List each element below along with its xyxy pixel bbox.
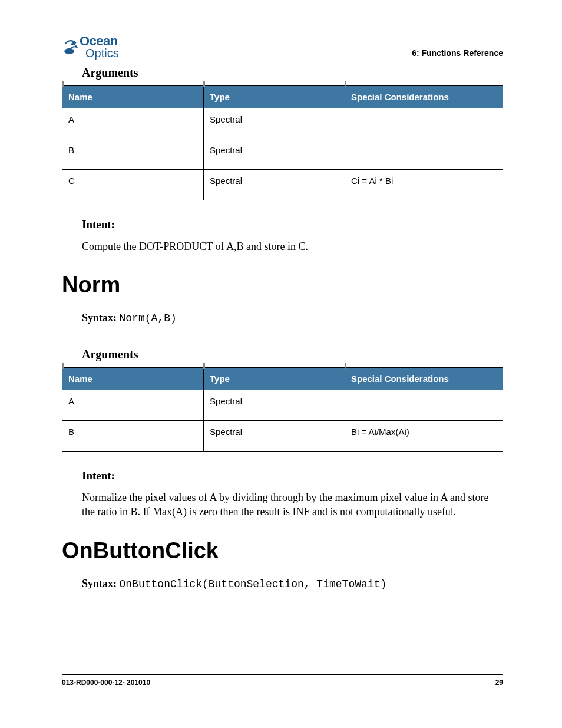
cell-type: Spectral (204, 108, 345, 139)
arguments-heading: Arguments (82, 348, 503, 361)
chapter-reference: 6: Functions Reference (412, 48, 503, 58)
syntax-code: Norm(A,B) (120, 312, 177, 324)
cell-type: Spectral (204, 169, 345, 200)
doc-id: 013-RD000-000-12- 201010 (62, 678, 150, 687)
col-header-spec: Special Considerations (345, 368, 503, 390)
function-heading-norm: Norm (62, 272, 503, 298)
intent-heading: Intent: (82, 469, 503, 482)
table-header-row: Name Type Special Considerations (62, 85, 503, 108)
col-header-type: Type (204, 85, 345, 108)
table-row: C Spectral Ci = Ai * Bi (62, 169, 503, 200)
arguments-table: Name Type Special Considerations A Spect… (62, 367, 503, 452)
svg-point-0 (64, 48, 74, 54)
page-number: 29 (495, 678, 503, 687)
cell-name: A (62, 390, 204, 421)
brand-logo: Ocean Optics (62, 35, 119, 59)
cell-name: B (62, 139, 204, 169)
col-header-name: Name (62, 85, 204, 108)
col-header-type: Type (204, 368, 345, 390)
col-header-name: Name (62, 368, 204, 390)
arguments-table: Name Type Special Considerations A Spect… (62, 85, 503, 200)
syntax-label: Syntax: (82, 578, 117, 589)
cell-spec: Ci = Ai * Bi (345, 169, 503, 200)
page-header: Ocean Optics 6: Functions Reference (62, 35, 503, 59)
cell-name: C (62, 169, 204, 200)
table-row: B Spectral (62, 139, 503, 169)
cell-spec (345, 139, 503, 169)
logo-text-top: Ocean (80, 35, 119, 48)
cell-type: Spectral (204, 390, 345, 421)
function-heading-onbuttonclick: OnButtonClick (62, 538, 503, 564)
cell-spec (345, 390, 503, 421)
col-header-spec: Special Considerations (345, 85, 503, 108)
syntax-line: Syntax: Norm(A,B) (82, 312, 503, 324)
wave-icon (62, 39, 78, 55)
table-row: B Spectral Bi = Ai/Max(Ai) (62, 421, 503, 452)
syntax-label: Syntax: (82, 312, 117, 324)
table-row: A Spectral (62, 390, 503, 421)
logo-text-bottom: Optics (85, 48, 119, 59)
table-row: A Spectral (62, 108, 503, 139)
syntax-code: OnButtonClick(ButtonSelection, TimeToWai… (120, 578, 387, 590)
page-footer: 013-RD000-000-12- 201010 29 (62, 674, 503, 687)
intent-body: Normalize the pixel values of A by divid… (82, 490, 503, 519)
intent-body: Compute the DOT-PRODUCT of A,B and store… (82, 239, 503, 253)
arguments-heading: Arguments (82, 66, 503, 80)
cell-type: Spectral (204, 139, 345, 169)
syntax-line: Syntax: OnButtonClick(ButtonSelection, T… (82, 578, 503, 590)
cell-type: Spectral (204, 421, 345, 452)
cell-spec (345, 108, 503, 139)
intent-heading: Intent: (82, 218, 503, 231)
cell-name: B (62, 421, 204, 452)
cell-name: A (62, 108, 204, 139)
cell-spec: Bi = Ai/Max(Ai) (345, 421, 503, 452)
table-header-row: Name Type Special Considerations (62, 368, 503, 390)
